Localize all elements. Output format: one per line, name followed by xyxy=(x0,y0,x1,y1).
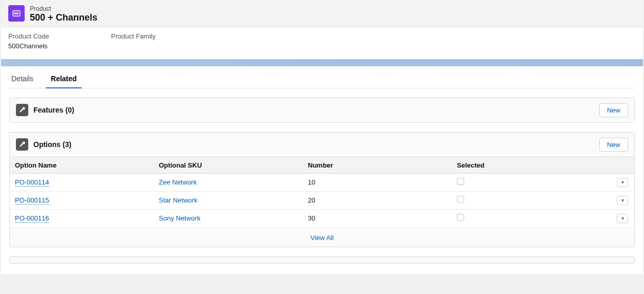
record-compact-fields: Product Code 500Channels Product Family xyxy=(1,27,643,59)
col-header-optional-sku: Optional SKU xyxy=(154,157,303,173)
option-name-link[interactable]: PO-000116 xyxy=(15,214,49,223)
row-actions-menu[interactable] xyxy=(617,214,628,223)
new-button-features[interactable]: New xyxy=(599,103,628,117)
wrench-icon xyxy=(16,104,28,116)
related-title: Features (0) xyxy=(33,106,594,114)
options-table: Option Name Optional SKU Number Selected… xyxy=(10,157,634,228)
main-panel: Details Related Features (0) New Options… xyxy=(1,66,643,274)
view-all-link[interactable]: View All xyxy=(310,234,334,242)
field-label: Product Family xyxy=(111,32,173,40)
selected-checkbox xyxy=(457,178,464,185)
decorative-strip xyxy=(1,59,643,66)
field-product-family: Product Family xyxy=(111,32,173,50)
row-actions-menu[interactable] xyxy=(617,178,628,187)
optional-sku-link[interactable]: Star Network xyxy=(159,196,197,204)
row-actions-menu[interactable] xyxy=(617,196,628,205)
table-row: PO-000115 Star Network 20 xyxy=(10,191,634,209)
view-all-row: View All xyxy=(10,228,634,247)
wrench-icon xyxy=(16,138,28,151)
table-row: PO-000114 Zee Network 10 xyxy=(10,173,634,191)
selected-checkbox xyxy=(457,196,464,203)
field-product-code: Product Code 500Channels xyxy=(8,32,70,50)
record-type-label: Product xyxy=(30,5,98,12)
option-name-link[interactable]: PO-000115 xyxy=(15,196,49,205)
related-card-features: Features (0) New xyxy=(9,98,635,123)
new-button-options[interactable]: New xyxy=(599,138,628,152)
col-header-selected: Selected xyxy=(452,157,612,173)
tab-related[interactable]: Related xyxy=(49,71,79,88)
record-header: Product 500 + Channels xyxy=(1,0,643,27)
selected-checkbox xyxy=(457,214,464,221)
record-title: 500 + Channels xyxy=(30,12,98,24)
option-name-link[interactable]: PO-000114 xyxy=(15,178,49,187)
number-cell: 20 xyxy=(303,191,452,209)
optional-sku-link[interactable]: Zee Network xyxy=(159,178,197,186)
related-card-placeholder xyxy=(9,256,635,264)
col-header-number: Number xyxy=(303,157,452,173)
tab-details[interactable]: Details xyxy=(9,71,35,88)
col-header-option-name: Option Name xyxy=(10,157,154,173)
table-row: PO-000116 Sony Network 30 xyxy=(10,209,634,227)
tabs: Details Related xyxy=(9,66,635,88)
product-icon xyxy=(8,5,25,22)
related-card-options: Options (3) New Option Name Optional SKU… xyxy=(9,132,635,247)
number-cell: 30 xyxy=(303,209,452,227)
field-value: 500Channels xyxy=(8,42,70,50)
number-cell: 10 xyxy=(303,173,452,191)
field-label: Product Code xyxy=(8,32,70,40)
related-title: Options (3) xyxy=(33,140,594,149)
optional-sku-link[interactable]: Sony Network xyxy=(159,214,200,222)
